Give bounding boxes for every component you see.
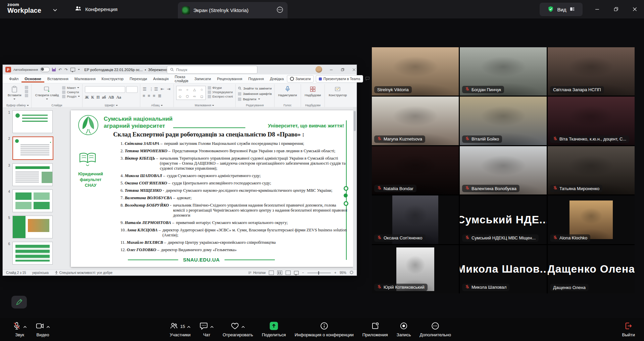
ppt-close-button[interactable]: [348, 65, 360, 74]
slide-thumbnail[interactable]: [12, 216, 53, 238]
slide-thumbnail-row[interactable]: 2: [7, 136, 56, 160]
participant-tile[interactable]: Сумський НДЕ... Сумський НДЕКЦ МВС Міщен…: [460, 195, 547, 244]
slide-thumbnail-row[interactable]: 4: [7, 189, 56, 212]
font-style-button[interactable]: К: [91, 95, 94, 100]
ribbon-tab[interactable]: Файл: [6, 75, 21, 82]
font-style-button[interactable]: П: [96, 95, 99, 100]
shapes-gallery[interactable]: ▭○△☆ ◇⬡⇨◻: [176, 86, 206, 100]
zoom-slider[interactable]: [307, 273, 331, 273]
view-button[interactable]: Вид: [540, 3, 583, 16]
slide-thumbnail-row[interactable]: 5: [7, 216, 56, 238]
zoom-out-button[interactable]: −: [302, 271, 304, 275]
section-button[interactable]: Розділ: [62, 95, 80, 98]
ribbon-tab[interactable]: Переходи: [127, 75, 150, 82]
record-button[interactable]: Записати: [287, 75, 314, 82]
ppt-restore-button[interactable]: [337, 65, 348, 74]
ribbon-tab[interactable]: Вставлення: [44, 75, 71, 82]
chevron-up-icon[interactable]: [241, 324, 245, 330]
ribbon-tab[interactable]: Рецензування: [214, 75, 245, 82]
participant-tile[interactable]: Юрій Котвяковський: [372, 245, 459, 293]
redo-icon[interactable]: ↷: [64, 67, 68, 72]
undo-icon[interactable]: ↶: [58, 67, 62, 72]
close-button[interactable]: [625, 0, 644, 18]
comments-icon[interactable]: [365, 76, 370, 81]
drawing-dialog-icon[interactable]: [212, 105, 214, 107]
qat-chevron-icon[interactable]: [78, 69, 80, 71]
layout-button[interactable]: Макет: [62, 86, 80, 90]
participant-tile[interactable]: Дащенко Олена Дащенко Олена: [548, 245, 635, 293]
addins-button[interactable]: Надбудови: [303, 85, 323, 98]
list-buttons[interactable]: ☰ ⋮☰ ⇤ ⇥: [143, 87, 171, 92]
paragraph-dialog-icon[interactable]: [161, 105, 163, 107]
ribbon-tab[interactable]: Показ слайдів: [172, 73, 192, 84]
slide-thumbnail[interactable]: [12, 136, 53, 160]
ribbon-tab[interactable]: Записати: [191, 75, 214, 82]
zoom-workplace-logo[interactable]: zoom Workplace: [7, 2, 41, 14]
font-style-button[interactable]: Ж: [85, 95, 89, 100]
search-box[interactable]: Пошук: [167, 66, 257, 74]
font-style-button[interactable]: АВ: [108, 95, 114, 100]
participant-tile[interactable]: Татьяна Мироненко: [548, 146, 635, 194]
tab-meeting[interactable]: Конференция: [71, 0, 121, 18]
toolbar-apps-button[interactable]: Приложения: [358, 318, 392, 341]
slide-scrollbar[interactable]: [353, 107, 356, 270]
toolbar-share-button[interactable]: Поделиться: [257, 318, 290, 341]
toolbar-leave-button[interactable]: Выйти: [618, 318, 640, 341]
zoom-in-button[interactable]: +: [334, 271, 336, 275]
designer-button[interactable]: Конструктор: [327, 85, 348, 98]
participant-tile[interactable]: Maryna Kuznetsova: [372, 97, 459, 145]
new-slide-button[interactable]: Створити слайд: [34, 85, 60, 101]
participant-tile[interactable]: Alona Klochko: [548, 195, 635, 244]
reset-button[interactable]: Скинути: [62, 90, 80, 94]
toolbar-react-button[interactable]: Отреагировать: [218, 318, 257, 341]
autosave-toggle[interactable]: [40, 67, 50, 72]
normal-view-icon[interactable]: [269, 271, 274, 275]
participant-tile[interactable]: Валентина Волобуєва: [460, 146, 547, 194]
slide-canvas[interactable]: Сумський національний аграрний університ…: [71, 110, 353, 267]
font-size-select[interactable]: [126, 86, 138, 93]
slide-editor-area[interactable]: Сумський національний аграрний університ…: [56, 107, 357, 270]
ribbon-tab[interactable]: Довідка: [267, 75, 287, 82]
font-style-button[interactable]: Аа: [116, 95, 121, 100]
tab-screen-share[interactable]: Экран (Strelnyk Viktoria): [178, 2, 288, 18]
toolbar-audio-button[interactable]: Звук: [8, 318, 31, 341]
chevron-up-icon[interactable]: [46, 324, 50, 330]
chevron-up-icon[interactable]: [210, 324, 214, 330]
dictate-button[interactable]: Надиктувати: [277, 85, 298, 98]
ribbon-tab[interactable]: Малювання: [71, 75, 99, 82]
toolbar-chat-button[interactable]: Чат: [195, 318, 218, 341]
chevron-down-icon[interactable]: [53, 7, 57, 13]
ribbon-tab[interactable]: Конструктор: [99, 75, 127, 82]
slide-thumbnail[interactable]: [12, 110, 53, 133]
present-icon[interactable]: [70, 68, 75, 71]
ribbon-tab[interactable]: Подання: [245, 75, 267, 82]
language-indicator[interactable]: українська: [32, 271, 49, 275]
participant-tile[interactable]: Віта Ткаченко, к.ю.н., доцент, С...: [548, 97, 635, 145]
toolbar-participants-button[interactable]: 15 Участники: [165, 318, 195, 341]
save-icon[interactable]: [52, 68, 56, 71]
zoom-level[interactable]: 95%: [340, 271, 346, 275]
paste-button[interactable]: Вставити: [6, 85, 23, 101]
font-style-button[interactable]: аб: [102, 95, 106, 100]
account-avatar[interactable]: [315, 66, 322, 73]
ribbon-tab[interactable]: Анімація: [150, 75, 171, 82]
participant-tile[interactable]: Микола Шапов... Микола Шаповал: [460, 245, 547, 293]
participant-tile[interactable]: Світлана Запара НСПП: [548, 47, 635, 96]
notes-button[interactable]: Нотатки: [248, 271, 265, 275]
slide-sorter-view-icon[interactable]: [277, 271, 282, 275]
restore-button[interactable]: [606, 0, 625, 18]
font-dialog-icon[interactable]: [116, 105, 118, 107]
arrange-button[interactable]: Упорядкувати: [208, 90, 233, 94]
chevron-up-icon[interactable]: [23, 324, 27, 330]
present-in-teams-button[interactable]: Презентувати в Teams: [316, 75, 363, 82]
slide-thumbnail-panel[interactable]: 1 2 3 4 5 6: [3, 107, 56, 270]
toolbar-more-button[interactable]: Дополнительно: [415, 318, 455, 341]
fit-slide-icon[interactable]: [350, 271, 353, 275]
toolbar-video-button[interactable]: Видео: [31, 318, 54, 341]
replace-fonts-button[interactable]: Замінення шрифтів: [238, 92, 272, 96]
toolbar-record-button[interactable]: Запись: [392, 318, 415, 341]
clipboard-dialog-icon[interactable]: [27, 105, 29, 107]
reading-view-icon[interactable]: [286, 271, 291, 275]
participant-tile[interactable]: Nataliia Bondar: [372, 146, 459, 194]
quick-styles-button[interactable]: Експрес-стилі: [208, 95, 233, 98]
